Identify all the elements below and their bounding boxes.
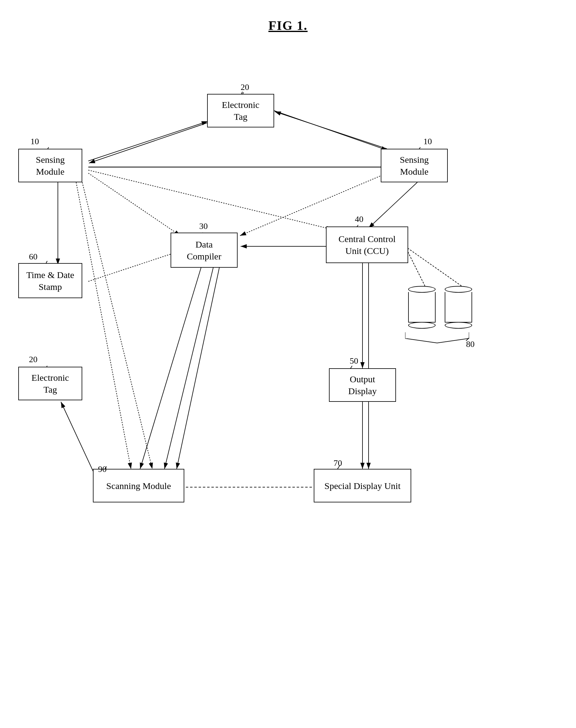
svg-line-10	[88, 173, 180, 236]
ccu: Central ControlUnit (CCU)	[326, 226, 408, 263]
svg-line-7	[274, 111, 387, 150]
svg-line-25	[165, 268, 213, 469]
sensing-module-left: SensingModule	[18, 149, 82, 182]
sensing-module-right: SensingModule	[381, 149, 448, 182]
database-2	[445, 286, 472, 329]
diagram: ElectronicTag 20 SensingModule 10 Sensin…	[0, 33, 576, 728]
svg-line-19	[405, 246, 461, 286]
label-50: 50	[350, 356, 358, 366]
svg-line-28	[82, 182, 152, 469]
database-1	[408, 286, 436, 329]
label-20-top: 20	[241, 82, 249, 92]
label-90: 90	[98, 464, 107, 474]
svg-line-5	[88, 122, 208, 161]
label-10-right: 10	[423, 137, 432, 146]
svg-line-24	[140, 268, 201, 469]
output-display: OutputDisplay	[329, 368, 396, 402]
special-display-unit: Special Display Unit	[314, 469, 411, 503]
svg-line-12	[369, 182, 417, 228]
scanning-module: Scanning Module	[93, 469, 184, 503]
svg-line-8	[275, 112, 387, 149]
svg-line-27	[76, 182, 131, 469]
svg-line-11	[88, 170, 333, 230]
label-40: 40	[355, 214, 364, 224]
electronic-tag-top: ElectronicTag	[207, 94, 274, 128]
arrows-svg	[0, 33, 576, 728]
data-compiler: DataCompiler	[171, 233, 238, 268]
label-60: 60	[29, 252, 37, 262]
page-title: FIG 1.	[0, 0, 576, 33]
label-70: 70	[334, 458, 342, 468]
label-10-left: 10	[30, 137, 39, 146]
svg-line-16	[88, 251, 180, 281]
label-20-bottom: 20	[29, 354, 37, 364]
db-brace	[405, 332, 469, 345]
svg-line-26	[177, 268, 219, 469]
electronic-tag-bottom: ElectronicTag	[18, 367, 82, 400]
time-date-stamp: Time & DateStamp	[18, 263, 82, 298]
label-30: 30	[199, 221, 208, 231]
svg-line-6	[89, 123, 207, 163]
